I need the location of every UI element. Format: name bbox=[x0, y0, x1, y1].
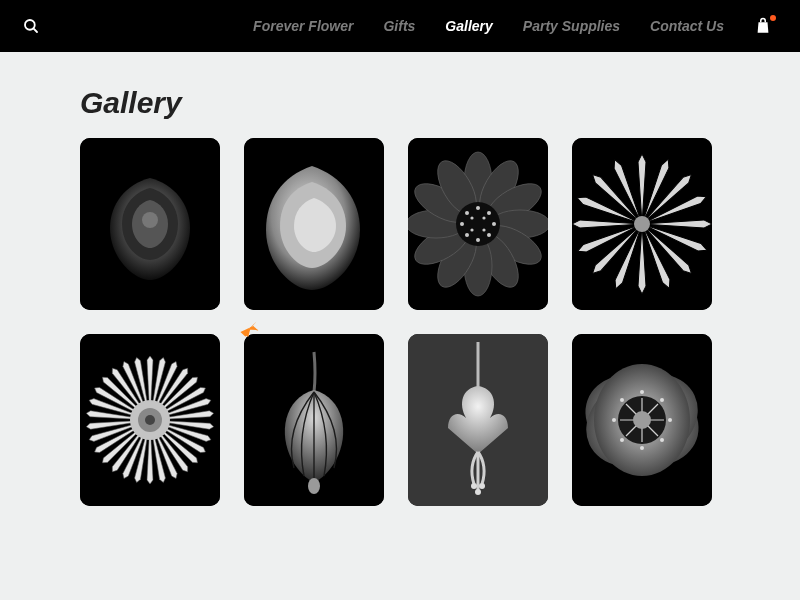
svg-point-45 bbox=[668, 418, 672, 422]
svg-point-3 bbox=[142, 212, 158, 228]
gallery-item-rose-dark[interactable] bbox=[80, 138, 220, 310]
gallery-item-abutilon[interactable] bbox=[244, 334, 384, 506]
svg-point-32 bbox=[475, 489, 481, 495]
svg-point-16 bbox=[482, 216, 485, 219]
svg-point-27 bbox=[308, 478, 320, 494]
svg-point-9 bbox=[487, 211, 491, 215]
svg-point-11 bbox=[487, 233, 491, 237]
gallery-item-zinnia[interactable] bbox=[408, 138, 548, 310]
svg-point-46 bbox=[660, 438, 664, 442]
cart-button[interactable] bbox=[754, 17, 772, 35]
svg-point-19 bbox=[470, 228, 473, 231]
gallery-item-strawflower[interactable] bbox=[80, 334, 220, 506]
svg-point-48 bbox=[620, 438, 624, 442]
flower-art bbox=[244, 138, 384, 310]
svg-point-50 bbox=[620, 398, 624, 402]
svg-point-14 bbox=[460, 222, 464, 226]
svg-point-13 bbox=[465, 233, 469, 237]
nav-gallery[interactable]: Gallery bbox=[445, 18, 492, 34]
shopping-bag-icon bbox=[754, 17, 772, 35]
flower-art bbox=[572, 334, 712, 506]
svg-point-43 bbox=[640, 390, 644, 394]
search-icon bbox=[22, 17, 40, 35]
flower-art bbox=[572, 138, 712, 310]
svg-point-18 bbox=[482, 228, 485, 231]
flower-art bbox=[408, 334, 548, 506]
primary-nav: Forever Flower Gifts Gallery Party Suppl… bbox=[253, 17, 772, 35]
page-title: Gallery bbox=[80, 86, 720, 120]
flower-art bbox=[80, 138, 220, 310]
svg-point-25 bbox=[145, 415, 155, 425]
flower-art bbox=[408, 138, 548, 310]
nav-gifts[interactable]: Gifts bbox=[383, 18, 415, 34]
flower-art bbox=[244, 334, 384, 506]
flower-art bbox=[80, 334, 220, 506]
svg-point-30 bbox=[471, 483, 477, 489]
svg-point-49 bbox=[612, 418, 616, 422]
gallery-page: Gallery bbox=[0, 52, 800, 506]
nav-forever-flower[interactable]: Forever Flower bbox=[253, 18, 353, 34]
nav-contact-us[interactable]: Contact Us bbox=[650, 18, 724, 34]
nav-party-supplies[interactable]: Party Supplies bbox=[523, 18, 620, 34]
cart-badge-dot bbox=[770, 15, 776, 21]
gallery-item-poppy[interactable] bbox=[572, 334, 712, 506]
svg-line-1 bbox=[33, 28, 37, 32]
search-button[interactable] bbox=[22, 17, 40, 35]
svg-point-10 bbox=[492, 222, 496, 226]
gallery-grid bbox=[80, 138, 720, 506]
svg-point-44 bbox=[660, 398, 664, 402]
svg-point-21 bbox=[634, 216, 650, 232]
gallery-item-water-lily[interactable] bbox=[572, 138, 712, 310]
svg-point-47 bbox=[640, 446, 644, 450]
gallery-item-rose-light[interactable] bbox=[244, 138, 384, 310]
svg-point-8 bbox=[476, 206, 480, 210]
svg-point-42 bbox=[633, 411, 651, 429]
svg-point-12 bbox=[476, 238, 480, 242]
svg-point-15 bbox=[465, 211, 469, 215]
gallery-item-fuchsia[interactable] bbox=[408, 334, 548, 506]
site-header: Forever Flower Gifts Gallery Party Suppl… bbox=[0, 0, 800, 52]
svg-point-17 bbox=[470, 216, 473, 219]
svg-point-31 bbox=[479, 483, 485, 489]
